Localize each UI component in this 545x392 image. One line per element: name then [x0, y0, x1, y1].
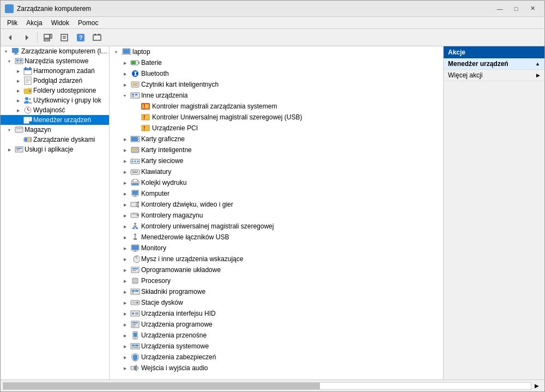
- device-bluetooth[interactable]: Bluetooth: [110, 68, 443, 79]
- svg-rect-44: [25, 138, 27, 141]
- device-prog[interactable]: Urządzenia programowe: [110, 319, 443, 330]
- minimize-button[interactable]: —: [492, 3, 507, 14]
- foldery-toggle[interactable]: [14, 86, 22, 95]
- device-magazyn-ctrl[interactable]: Kontrolery magazynu: [110, 210, 443, 221]
- help-button[interactable]: ?: [73, 31, 88, 45]
- laptop-icon: [122, 47, 131, 56]
- device-sys[interactable]: Urządzenia systemowe: [110, 341, 443, 352]
- device-kontroler-mgmt[interactable]: ! Kontroler magistrali zarządzania syste…: [110, 101, 443, 112]
- narzedzia-toggle[interactable]: [5, 57, 14, 65]
- tree-narzedzia[interactable]: Narzędzia systemowe: [1, 56, 109, 66]
- harmonogram-toggle[interactable]: [14, 67, 22, 75]
- svg-text:!: !: [143, 114, 145, 120]
- device-komputer[interactable]: Komputer: [110, 188, 443, 199]
- svg-rect-121: [135, 290, 138, 292]
- tree-wydajnosc[interactable]: Wydajność: [1, 105, 109, 115]
- svg-rect-6: [50, 34, 52, 38]
- wydajnosc-label: Wydajność: [33, 106, 65, 114]
- main-window: Zarządzanie komputerem — □ ✕ Plik Akcja …: [0, 0, 545, 392]
- root-device-toggle[interactable]: [112, 46, 120, 57]
- device-baterie[interactable]: Baterie: [110, 57, 443, 68]
- tree-podglad[interactable]: Podgląd zdarzeń: [1, 76, 109, 86]
- device-karty-siec[interactable]: Karty sieciowe: [110, 155, 443, 166]
- back-button[interactable]: [3, 31, 18, 45]
- menu-pomoc[interactable]: Pomoc: [74, 18, 102, 28]
- svg-rect-71: [131, 137, 138, 141]
- action-wiecej[interactable]: Więcej akcji ▶: [444, 70, 544, 81]
- storage-icon: [15, 125, 23, 134]
- device-karty-graf[interactable]: Karty graficzne: [110, 134, 443, 144]
- uzytkownicy-toggle[interactable]: [14, 96, 22, 105]
- extra-button[interactable]: [89, 31, 105, 45]
- toolbar-separator-1: [37, 32, 38, 43]
- svg-point-77: [135, 161, 136, 162]
- tree-magazyn[interactable]: Magazyn: [1, 125, 109, 135]
- device-usb-ctrl[interactable]: Kontrolery uniwersalnej magistrali szere…: [110, 221, 443, 232]
- status-scrollbar[interactable]: [3, 382, 531, 390]
- svg-point-135: [135, 337, 136, 339]
- svg-rect-128: [135, 312, 138, 315]
- svg-rect-39: [25, 118, 28, 119]
- device-security[interactable]: Urządzenia zabezpieczeń: [110, 352, 443, 363]
- device-usb-conn[interactable]: Menedżerowie łączników USB: [110, 232, 443, 243]
- root-toggle[interactable]: [2, 47, 10, 56]
- app-icon: [5, 4, 14, 13]
- podglad-toggle[interactable]: [14, 76, 22, 85]
- action-menedzer[interactable]: Menedżer urządzeń ▲: [444, 58, 544, 70]
- menu-akcja[interactable]: Akcja: [22, 18, 46, 28]
- menu-plik[interactable]: Plik: [3, 18, 22, 28]
- device-stacje[interactable]: Stacje dysków: [110, 297, 443, 308]
- device-inne[interactable]: Inne urządzenia: [110, 90, 443, 101]
- scroll-right-btn[interactable]: ▶: [531, 383, 542, 389]
- action-menedzer-label: Menedżer urządzeń: [448, 60, 508, 68]
- magazyn-label: Magazyn: [25, 126, 51, 134]
- menu-widok[interactable]: Widok: [47, 18, 74, 28]
- device-root[interactable]: laptop: [110, 46, 443, 57]
- device-pren[interactable]: Urządzenia przenośne: [110, 330, 443, 341]
- svg-rect-130: [132, 322, 138, 323]
- svg-rect-51: [123, 49, 130, 53]
- maximize-button[interactable]: □: [508, 3, 524, 14]
- svg-rect-62: [132, 96, 134, 97]
- tree-uslugi[interactable]: Usługi i aplikacje: [1, 144, 109, 154]
- tree-harmonogram[interactable]: Harmonogram zadań: [1, 66, 109, 76]
- device-klawiatury[interactable]: Klawiatury: [110, 166, 443, 177]
- device-kontroler-usb[interactable]: ! Kontroler Uniwersalnej magistrali szer…: [110, 112, 443, 123]
- tree-root[interactable]: Zarządzanie komputerem (loka: [1, 46, 109, 56]
- device-hid[interactable]: Urządzenia interfejsu HID: [110, 308, 443, 319]
- harmonogram-label: Harmonogram zadań: [33, 67, 95, 75]
- tree-uzytkownicy[interactable]: Użytkownicy i grupy lok: [1, 95, 109, 105]
- action-button[interactable]: [57, 31, 72, 45]
- close-button[interactable]: ✕: [525, 3, 540, 14]
- computer-icon: [11, 47, 20, 56]
- device-firmware[interactable]: Oprogramowanie układowe: [110, 264, 443, 275]
- svg-rect-2: [7, 11, 11, 12]
- uslugi-label: Usługi i aplikacje: [25, 146, 73, 153]
- title-bar-left: Zarządzanie komputerem: [5, 4, 91, 13]
- svg-rect-101: [134, 238, 137, 240]
- device-kolejki[interactable]: Kolejki wydruku: [110, 177, 443, 188]
- menedzer-toggle: [14, 116, 22, 124]
- device-dzwiek[interactable]: Kontrolery dźwięku, wideo i gier: [110, 199, 443, 210]
- show-scope-button[interactable]: [40, 31, 56, 45]
- device-karty-int[interactable]: Karty inteligentne: [110, 144, 443, 155]
- tree-foldery[interactable]: Foldery udostępnione: [1, 86, 109, 95]
- device-monitory[interactable]: Monitory: [110, 243, 443, 254]
- uslugi-toggle[interactable]: [5, 145, 14, 154]
- tree-menedzer[interactable]: Menedżer urządzeń: [1, 115, 109, 125]
- device-procesory[interactable]: Procesory: [110, 275, 443, 286]
- magazyn-toggle[interactable]: [5, 125, 14, 134]
- device-audio[interactable]: Wejścia i wyjścia audio: [110, 363, 443, 373]
- device-pci[interactable]: ! Urządzenie PCI: [110, 123, 443, 134]
- svg-rect-27: [29, 67, 31, 69]
- device-mysz[interactable]: Mysz i inne urządzenia wskazujące: [110, 254, 443, 264]
- svg-point-33: [25, 97, 28, 100]
- device-skladniki[interactable]: Składniki programowe: [110, 286, 443, 297]
- device-czytniki[interactable]: Czytniki kart inteligentnych: [110, 79, 443, 90]
- svg-rect-110: [132, 270, 136, 271]
- wydajnosc-toggle[interactable]: [14, 106, 22, 114]
- users-icon: [23, 96, 32, 105]
- svg-point-78: [137, 161, 139, 162]
- forward-button[interactable]: [19, 31, 34, 45]
- tree-zarzadzanie[interactable]: Zarządzanie dyskami: [1, 135, 109, 144]
